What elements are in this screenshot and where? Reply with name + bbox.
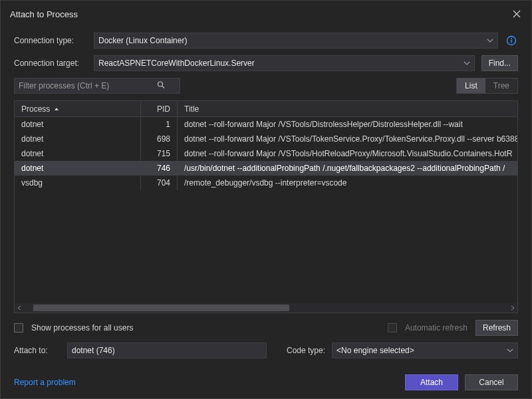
cell-title: /usr/bin/dotnet --additionalProbingPath … — [178, 161, 517, 176]
column-process[interactable]: Process — [15, 101, 141, 116]
code-type-label: Code type: — [287, 346, 325, 355]
options-row: Show processes for all users Automatic r… — [14, 320, 518, 336]
connection-target-label: Connection target: — [14, 59, 87, 68]
attach-to-label: Attach to: — [14, 346, 61, 355]
connection-target-value: ReactASPNETCoreWithDockerLinux.Server — [98, 59, 255, 68]
cell-pid: 704 — [141, 176, 178, 190]
table-header: Process PID Title — [15, 101, 517, 117]
close-button[interactable] — [509, 6, 525, 22]
cell-pid: 715 — [141, 146, 178, 161]
table-row[interactable]: dotnet746/usr/bin/dotnet --additionalPro… — [15, 161, 517, 176]
cell-pid: 698 — [141, 132, 178, 146]
search-icon — [157, 81, 165, 91]
chevron-down-icon — [487, 37, 493, 44]
attach-button[interactable]: Attach — [405, 374, 458, 390]
cell-process: dotnet — [15, 146, 141, 161]
show-all-users-checkbox[interactable] — [14, 323, 23, 332]
automatic-refresh-label: Automatic refresh — [405, 323, 467, 332]
cell-process: dotnet — [15, 161, 141, 176]
cell-process: vsdbg — [15, 176, 141, 190]
scroll-thumb[interactable] — [33, 305, 289, 311]
refresh-button[interactable]: Refresh — [475, 320, 518, 336]
connection-type-label: Connection type: — [14, 36, 87, 45]
svg-point-5 — [158, 82, 163, 86]
code-type-value: <No engine selected> — [336, 346, 414, 355]
automatic-refresh-checkbox[interactable] — [388, 323, 397, 332]
column-process-label: Process — [21, 104, 50, 114]
connection-target-combo[interactable]: ReactASPNETCoreWithDockerLinux.Server — [94, 55, 475, 71]
attach-row: Attach to: dotnet (746) Code type: <No e… — [14, 342, 518, 358]
close-icon — [513, 10, 521, 18]
filter-row: Filter processes (Ctrl + E) List Tree — [14, 78, 518, 94]
code-type-combo[interactable]: <No engine selected> — [332, 342, 518, 358]
dialog-title: Attach to Process — [10, 9, 78, 19]
cell-process: dotnet — [15, 117, 141, 132]
scroll-left-icon — [15, 303, 24, 313]
report-problem-link[interactable]: Report a problem — [14, 378, 76, 387]
view-tree-button[interactable]: Tree — [485, 78, 517, 93]
table-row[interactable]: dotnet698dotnet --roll-forward Major /VS… — [15, 132, 517, 146]
table-row[interactable]: dotnet715dotnet --roll-forward Major /VS… — [15, 146, 517, 161]
svg-point-3 — [511, 38, 512, 39]
attach-to-field[interactable]: dotnet (746) — [67, 342, 267, 358]
cell-title: dotnet --roll-forward Major /VSTools/Tok… — [178, 132, 517, 146]
column-pid[interactable]: PID — [141, 101, 178, 116]
cell-pid: 746 — [141, 161, 178, 176]
cell-process: dotnet — [15, 132, 141, 146]
info-icon[interactable] — [505, 34, 518, 47]
connection-type-value: Docker (Linux Container) — [98, 36, 187, 45]
cell-pid: 1 — [141, 117, 178, 132]
scroll-right-icon — [508, 303, 517, 313]
titlebar: Attach to Process — [1, 1, 531, 27]
horizontal-scrollbar[interactable] — [15, 303, 517, 313]
table-row[interactable]: dotnet1dotnet --roll-forward Major /VSTo… — [15, 117, 517, 132]
svg-line-6 — [162, 86, 164, 88]
view-toggle: List Tree — [456, 78, 518, 94]
dialog-body: Connection type: Docker (Linux Container… — [1, 27, 531, 398]
filter-placeholder: Filter processes (Ctrl + E) — [19, 81, 109, 90]
connection-type-row: Connection type: Docker (Linux Container… — [14, 33, 518, 49]
show-all-users-label: Show processes for all users — [31, 323, 133, 332]
column-title[interactable]: Title — [178, 101, 517, 116]
table-body: dotnet1dotnet --roll-forward Major /VSTo… — [15, 117, 517, 303]
cell-title: dotnet --roll-forward Major /VSTools/Hot… — [178, 146, 517, 161]
cell-title: dotnet --roll-forward Major /VSTools/Dis… — [178, 117, 517, 132]
svg-rect-4 — [511, 40, 511, 43]
chevron-down-icon — [464, 60, 470, 66]
process-table: Process PID Title dotnet1dotnet --roll-f… — [14, 100, 518, 313]
attach-to-process-dialog: Attach to Process Connection type: Docke… — [0, 0, 532, 399]
cancel-button[interactable]: Cancel — [465, 374, 518, 390]
attach-to-value: dotnet (746) — [72, 346, 115, 355]
column-pid-label: PID — [157, 104, 170, 114]
footer: Report a problem Attach Cancel — [14, 365, 518, 390]
connection-type-combo[interactable]: Docker (Linux Container) — [94, 33, 498, 49]
column-title-label: Title — [184, 104, 199, 114]
chevron-down-icon — [507, 347, 513, 354]
view-list-button[interactable]: List — [457, 78, 485, 93]
find-button[interactable]: Find... — [481, 55, 518, 71]
table-row[interactable]: vsdbg704/remote_debugger/vsdbg --interpr… — [15, 176, 517, 190]
filter-input[interactable]: Filter processes (Ctrl + E) — [14, 78, 180, 94]
connection-target-row: Connection target: ReactASPNETCoreWithDo… — [14, 55, 518, 71]
scroll-track — [33, 305, 499, 311]
sort-asc-icon — [54, 106, 59, 112]
action-buttons: Attach Cancel — [405, 374, 518, 390]
cell-title: /remote_debugger/vsdbg --interpreter=vsc… — [178, 176, 517, 190]
